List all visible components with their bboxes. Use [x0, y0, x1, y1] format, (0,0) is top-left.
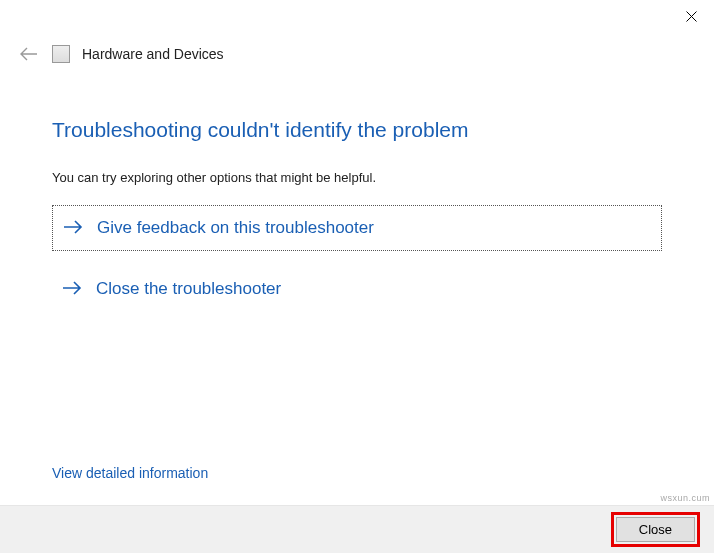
content-area: Troubleshooting couldn't identify the pr…	[0, 68, 714, 311]
window-close-button[interactable]	[668, 0, 714, 32]
titlebar	[0, 0, 714, 40]
troubleshooter-name: Hardware and Devices	[82, 46, 224, 62]
view-detailed-information-link[interactable]: View detailed information	[52, 465, 208, 481]
back-button	[18, 47, 40, 61]
option-label: Close the troubleshooter	[96, 279, 281, 299]
close-button[interactable]: Close	[616, 517, 695, 542]
troubleshooter-icon	[52, 45, 70, 63]
result-heading: Troubleshooting couldn't identify the pr…	[52, 118, 662, 142]
option-label: Give feedback on this troubleshooter	[97, 218, 374, 238]
footer-bar: Close	[0, 505, 714, 553]
watermark: wsxun.cum	[660, 493, 710, 503]
close-icon	[686, 11, 697, 22]
arrow-right-icon	[63, 218, 83, 238]
header-row: Hardware and Devices	[0, 40, 714, 68]
option-give-feedback[interactable]: Give feedback on this troubleshooter	[52, 205, 662, 251]
option-close-troubleshooter[interactable]: Close the troubleshooter	[52, 267, 662, 311]
arrow-right-icon	[62, 279, 82, 299]
close-button-highlight: Close	[611, 512, 700, 547]
back-arrow-icon	[20, 47, 38, 61]
result-subtext: You can try exploring other options that…	[52, 170, 662, 185]
